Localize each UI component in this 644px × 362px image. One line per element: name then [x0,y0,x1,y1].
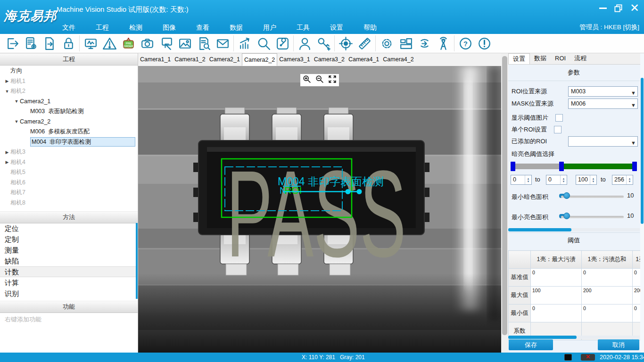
red-x-icon[interactable]: ✕ [581,354,595,361]
antenna-icon[interactable] [434,34,453,52]
tree-item-方向[interactable]: 方向 [0,66,137,76]
restore-icon[interactable] [614,4,622,12]
camera-tab-camera4_2[interactable]: Camera4_2 [381,53,415,66]
target-icon[interactable] [336,34,355,52]
tab-data[interactable]: 数据 [530,53,551,64]
exit-icon[interactable] [2,34,21,52]
doc-search-icon[interactable] [194,34,213,52]
tree-item-相机8[interactable]: 相机8 [0,198,137,208]
tab-roi[interactable]: ROI [551,53,570,64]
table-hscrollbar[interactable] [508,336,640,339]
slider-handle-low[interactable] [511,162,515,171]
camera-tab-camera1_1[interactable]: Camera1_1 [138,53,173,66]
camera-tab-camera2_1[interactable]: Camera2_1 [207,53,242,66]
method-item[interactable]: 测量 [0,245,136,255]
table-cell[interactable]: 0 [531,269,582,287]
tree-item-相机1[interactable]: ▶相机1 [0,76,137,87]
help-icon[interactable]: ? [456,34,475,52]
lock-icon[interactable] [59,34,78,52]
table-cell[interactable]: 200 [582,287,633,304]
table-cell[interactable]: 0 [531,304,582,322]
slider-handle-high[interactable] [632,162,637,171]
preorder-icon[interactable]: PREORDER [119,34,138,52]
method-item[interactable]: 缺陷 [0,255,136,266]
chevron-down-icon[interactable]: ▼ [4,89,10,94]
camera-icon[interactable] [138,34,157,52]
scrollbar-thumb[interactable] [508,228,571,231]
menu-item-project[interactable]: 工程 [96,24,109,32]
min-dark-area-slider[interactable] [561,196,624,198]
black-square-icon[interactable] [564,354,572,361]
tab-settings[interactable]: 设置 [508,53,530,64]
import-icon[interactable] [157,34,175,52]
added-roi-select[interactable]: ▼ [568,136,638,147]
roi-handle-dot[interactable] [346,189,351,194]
roi-source-select[interactable]: M003▼ [568,86,638,97]
table-cell[interactable]: 0 [582,304,633,322]
tree-item-相机4[interactable]: ▶相机4 [0,157,137,168]
bright-high-spinner[interactable]: 256▲▼ [612,175,633,185]
fit-view-icon[interactable] [328,74,337,86]
about-icon[interactable] [475,34,494,52]
slider-handle-mid[interactable] [559,162,564,171]
min-bright-area-slider[interactable] [561,216,624,218]
cancel-button[interactable]: 取消 [598,339,639,350]
ruler-icon[interactable] [355,34,374,52]
menu-item-user[interactable]: 用户 [263,24,276,32]
toolbox-icon[interactable] [273,34,292,52]
menu-item-inspect[interactable]: 检测 [129,24,142,32]
min-dark-area-slider-handle[interactable] [563,192,570,199]
roi-handle-dot[interactable] [357,189,362,194]
stats-icon[interactable] [235,34,254,52]
user-icon[interactable] [295,34,314,52]
tree-item-m003[interactable]: M003 表面缺陷检测 [0,107,137,117]
zoom-out-icon[interactable] [315,74,324,86]
scrollbar-thumb[interactable] [502,56,507,335]
menu-item-settings[interactable]: 设置 [330,24,343,32]
chevron-down-icon[interactable]: ▼ [13,119,20,124]
single-roi-setting-checkbox[interactable] [554,126,561,133]
params-hscrollbar[interactable] [508,228,640,231]
method-item[interactable]: 计数 [0,266,136,277]
bright-range-track[interactable] [564,164,632,169]
method-item[interactable]: 定位 [0,223,136,234]
spinner-arrows-icon[interactable]: ▲▼ [626,175,633,184]
camera-tab-camera3_1[interactable]: Camera3_1 [277,53,312,66]
menu-item-data[interactable]: 数据 [230,24,243,32]
mail-icon[interactable] [213,34,232,52]
chevron-right-icon[interactable]: ▶ [4,79,10,83]
method-item[interactable]: 定制 [0,234,136,245]
camera-tab-camera2_2[interactable]: Camera2_2 [242,53,277,66]
tree-item-camera2_2[interactable]: ▼Camera2_2 [0,117,137,127]
method-item[interactable]: 计算 [0,277,136,288]
search-icon[interactable] [254,34,273,52]
spinner-arrows-icon[interactable]: ▲▼ [590,175,596,184]
key-add-icon[interactable] [314,34,333,52]
tree-item-相机7[interactable]: 相机7 [0,188,137,198]
camera-tab-camera3_2[interactable]: Camera3_2 [312,53,347,66]
tree-item-相机2[interactable]: ▼相机2 [0,86,137,97]
table-cell[interactable]: 100 [531,287,582,304]
mask-source-select[interactable]: M006▼ [568,99,638,109]
method-item[interactable]: 识别 [0,288,136,299]
settings-vertical-scrollbar[interactable] [640,53,644,353]
layout-icon[interactable] [396,34,415,52]
chevron-right-icon[interactable]: ▶ [4,150,10,155]
tree-item-相机5[interactable]: 相机5 [0,167,137,178]
dark-range-track[interactable] [515,164,561,169]
dark-bright-threshold-slider[interactable] [511,162,637,171]
scrollbar-thumb[interactable] [641,78,644,224]
doc-export-icon[interactable] [40,34,59,52]
chevron-right-icon[interactable]: ▶ [4,160,10,165]
spinner-arrows-icon[interactable]: ▲▼ [525,175,531,184]
method-scrollbar[interactable] [136,223,138,299]
menu-item-view[interactable]: 查看 [196,24,209,32]
zoom-in-icon[interactable] [302,74,312,86]
sync-icon[interactable] [415,34,434,52]
bright-low-spinner[interactable]: 100▲▼ [576,175,597,185]
min-bright-area-slider-handle[interactable] [563,213,570,219]
tree-item-m004[interactable]: M004 非印字表面检测 [0,137,137,148]
dark-low-spinner[interactable]: 0▲▼ [511,175,532,185]
viewer-vertical-scrollbar[interactable] [501,53,508,353]
tree-item-相机6[interactable]: 相机6 [0,178,137,188]
